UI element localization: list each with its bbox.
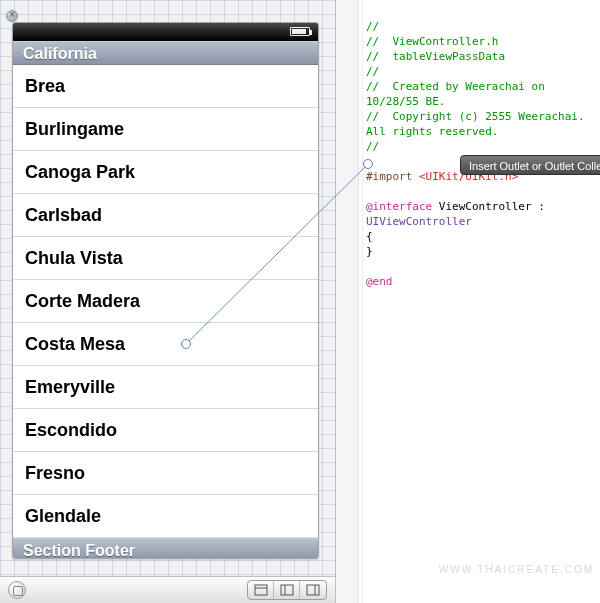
source-editor[interactable]: // // ViewController.h // tableViewPassD… [336, 0, 600, 603]
table-row[interactable]: Emeryville [13, 366, 318, 409]
iphone-preview[interactable]: California Brea Burlingame Canoga Park C… [12, 22, 319, 559]
table-section-header[interactable]: California [13, 41, 318, 65]
code-preproc: #import [366, 170, 419, 183]
table-row[interactable]: Brea [13, 65, 318, 108]
editor-gutter [336, 0, 359, 603]
table-row[interactable]: Corte Madera [13, 280, 318, 323]
layout-option-1[interactable] [248, 581, 274, 599]
code-comment: // Copyright (c) 2555 Weerachai. All rig… [366, 110, 591, 138]
close-scene-button[interactable] [6, 10, 18, 22]
code-type: UIViewController [366, 215, 472, 228]
battery-icon [290, 27, 310, 36]
table-view[interactable]: Brea Burlingame Canoga Park Carlsbad Chu… [13, 65, 318, 538]
code-comment: // [366, 65, 379, 78]
svg-rect-2 [281, 585, 293, 595]
table-row[interactable]: Escondido [13, 409, 318, 452]
layout-option-2[interactable] [274, 581, 300, 599]
svg-rect-0 [255, 585, 267, 595]
code-text: ViewController : [432, 200, 551, 213]
table-row[interactable]: Fresno [13, 452, 318, 495]
document-outline-button[interactable] [8, 581, 26, 599]
watermark: WWW.THAICREATE.COM [439, 564, 594, 575]
status-bar [13, 23, 318, 41]
code-comment: // ViewController.h [366, 35, 498, 48]
table-section-footer[interactable]: Section Footer [13, 538, 318, 559]
layout-option-3[interactable] [300, 581, 326, 599]
code-area[interactable]: // // ViewController.h // tableViewPassD… [366, 4, 600, 304]
ib-bottom-toolbar [0, 576, 335, 603]
outlet-hint-tooltip: Insert Outlet or Outlet Colle [460, 155, 600, 175]
ib-canvas[interactable]: California Brea Burlingame Canoga Park C… [0, 0, 336, 603]
table-row[interactable]: Chula Vista [13, 237, 318, 280]
svg-rect-4 [307, 585, 319, 595]
layout-segmented-control[interactable] [247, 580, 327, 600]
code-keyword: @interface [366, 200, 432, 213]
table-row[interactable]: Canoga Park [13, 151, 318, 194]
code-comment: // [366, 140, 379, 153]
table-row[interactable]: Glendale [13, 495, 318, 538]
code-comment: // [366, 20, 379, 33]
code-text: } [366, 245, 373, 258]
table-row[interactable]: Carlsbad [13, 194, 318, 237]
table-row[interactable]: Burlingame [13, 108, 318, 151]
code-keyword: @end [366, 275, 393, 288]
code-comment: // Created by Weerachai on 10/28/55 BE. [366, 80, 551, 108]
table-row[interactable]: Costa Mesa [13, 323, 318, 366]
code-text: { [366, 230, 373, 243]
code-comment: // tableViewPassData [366, 50, 505, 63]
